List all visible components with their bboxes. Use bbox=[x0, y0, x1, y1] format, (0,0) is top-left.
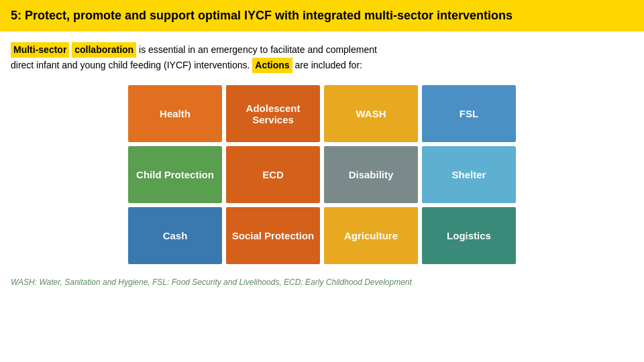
highlight-collaboration: collaboration bbox=[72, 42, 136, 58]
grid-cell-shelter: Shelter bbox=[422, 146, 516, 203]
desc-line2-after: are included for: bbox=[295, 60, 362, 70]
description-text: Multi-sector collaboration is essential … bbox=[11, 42, 633, 73]
grid-cell-wash: WASH bbox=[324, 85, 418, 142]
header-title: 5: Protect, promote and support optimal … bbox=[11, 8, 633, 23]
grid-cell-child-protection: Child Protection bbox=[128, 146, 222, 203]
grid-cell-health: Health bbox=[128, 85, 222, 142]
sectors-grid: HealthAdolescent ServicesWASHFSLChild Pr… bbox=[128, 85, 516, 264]
grid-cell-social-protection: Social Protection bbox=[226, 207, 320, 264]
desc-line2-before: direct infant and young child feeding (I… bbox=[11, 60, 250, 70]
main-content: Multi-sector collaboration is essential … bbox=[0, 32, 644, 269]
grid-cell-fsl: FSL bbox=[422, 85, 516, 142]
highlight-actions: Actions bbox=[252, 58, 292, 73]
grid-container: HealthAdolescent ServicesWASHFSLChild Pr… bbox=[104, 85, 540, 264]
header-banner: 5: Protect, promote and support optimal … bbox=[0, 0, 644, 32]
grid-cell-agriculture: Agriculture bbox=[324, 207, 418, 264]
grid-cell-adolescent-services: Adolescent Services bbox=[226, 85, 320, 142]
footnote: WASH: Water, Sanitation and Hygiene, FSL… bbox=[0, 278, 644, 287]
grid-cell-cash: Cash bbox=[128, 207, 222, 264]
desc-line1-after: is essential in an emergency to facilita… bbox=[139, 44, 377, 55]
grid-cell-ecd: ECD bbox=[226, 146, 320, 203]
grid-cell-disability: Disability bbox=[324, 146, 418, 203]
grid-cell-logistics: Logistics bbox=[422, 207, 516, 264]
highlight-multi-sector: Multi-sector bbox=[11, 42, 69, 58]
